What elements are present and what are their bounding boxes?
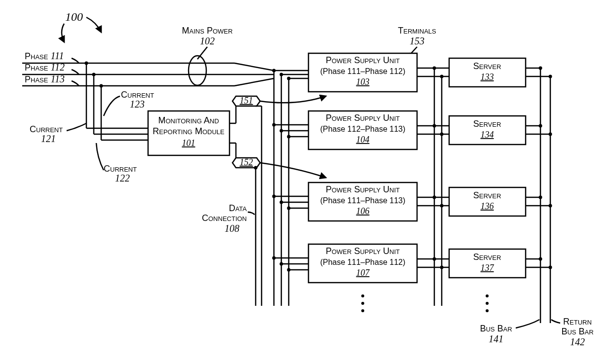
- svg-point-82: [361, 294, 364, 297]
- psu-107-l1: Power Supply Unit: [326, 246, 400, 256]
- server-133-ref: 133: [481, 72, 494, 82]
- data-connection-label-l1: Data: [229, 203, 247, 213]
- svg-point-86: [486, 302, 489, 305]
- phase-111-label: Phase 111: [25, 50, 64, 61]
- psu-104-l2: (Phase 112–Phase 113): [320, 125, 406, 133]
- psu-107-ref: 107: [356, 268, 370, 278]
- psu-107-l2: (Phase 111–Phase 112): [320, 258, 406, 266]
- psu-103-ref: 103: [356, 77, 370, 87]
- svg-point-38: [280, 201, 283, 204]
- current-121-ref: 121: [41, 133, 56, 144]
- figure-number: 100: [65, 10, 83, 23]
- psu-103-l1: Power Supply Unit: [326, 55, 400, 65]
- svg-point-84: [361, 309, 364, 312]
- svg-point-34: [287, 135, 291, 139]
- mains-power-ref: 102: [200, 36, 215, 46]
- phase-112-label: Phase 112: [25, 62, 65, 73]
- bus-bar-ref: 141: [489, 333, 503, 344]
- svg-point-30: [272, 123, 276, 127]
- server-133-label: Server: [473, 61, 501, 71]
- ellipsis-dots: [361, 294, 489, 312]
- svg-point-85: [486, 294, 489, 297]
- psu-103-l2: (Phase 111–Phase 112): [320, 67, 406, 75]
- link-151-ref: 151: [240, 96, 253, 106]
- server-137-label: Server: [473, 252, 501, 262]
- return-bus-bar-ref: 142: [570, 336, 585, 347]
- current-123-ref: 123: [130, 99, 145, 109]
- return-bus-bar-l1: Return: [563, 317, 592, 327]
- svg-point-40: [287, 207, 291, 210]
- return-bus-bar-l2: Bus Bar: [561, 327, 593, 336]
- current-122-ref: 122: [115, 173, 130, 183]
- monitoring-l2: Reporting Module: [153, 126, 225, 136]
- monitoring-ref: 101: [182, 138, 195, 148]
- current-122-label: Current: [104, 164, 137, 174]
- phase-113-label: Phase 113: [25, 73, 65, 84]
- psu-106-l2: (Phase 111–Phase 113): [320, 196, 406, 205]
- terminals-label: Terminals: [398, 26, 436, 36]
- data-connection-ref: 108: [225, 223, 239, 234]
- svg-line-19: [234, 78, 274, 86]
- server-136-ref: 136: [481, 201, 494, 211]
- server-136-label: Server: [473, 190, 501, 200]
- svg-point-46: [287, 268, 291, 272]
- server-134-ref: 134: [481, 130, 494, 140]
- link-152-ref: 152: [240, 157, 253, 167]
- svg-point-83: [361, 302, 364, 305]
- svg-point-81: [254, 166, 258, 170]
- bus-bar-label: Bus Bar: [480, 324, 512, 333]
- terminals-ref: 153: [410, 36, 424, 46]
- svg-line-17: [234, 63, 274, 71]
- current-123-label: Current: [121, 90, 154, 100]
- psu-104-ref: 104: [356, 135, 370, 145]
- svg-point-42: [272, 256, 276, 260]
- server-134-label: Server: [473, 119, 501, 129]
- data-connection-label-l2: Connection: [202, 213, 247, 223]
- psu-106-l1: Power Supply Unit: [326, 184, 400, 194]
- svg-point-0: [189, 56, 206, 85]
- psu-106-ref: 106: [356, 206, 370, 216]
- svg-point-36: [272, 195, 276, 198]
- mains-power-label: Mains Power: [182, 26, 233, 36]
- svg-point-32: [280, 129, 283, 133]
- psu-104-l1: Power Supply Unit: [326, 113, 400, 123]
- monitoring-l1: Monitoring And: [158, 115, 219, 125]
- svg-point-87: [486, 309, 489, 312]
- svg-point-44: [280, 262, 283, 266]
- server-137-ref: 137: [481, 263, 495, 273]
- current-121-label: Current: [30, 124, 63, 134]
